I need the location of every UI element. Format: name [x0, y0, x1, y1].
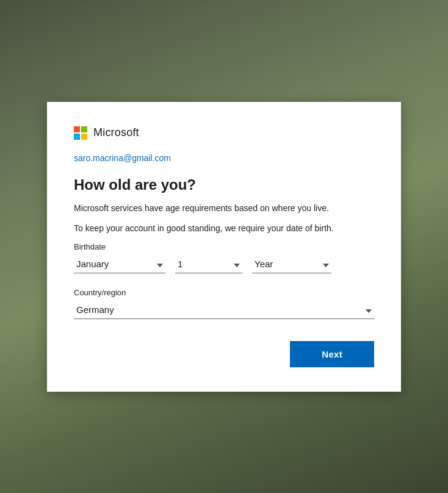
page-heading: How old are you?	[74, 176, 374, 193]
day-select-wrap: 1234 5678 9101112 13141516 17181920 2122…	[175, 255, 242, 273]
month-select-wrap: January February March April May June Ju…	[74, 255, 165, 273]
logo-row: Microsoft	[74, 126, 374, 140]
logo-yellow-square	[81, 134, 87, 140]
button-row: Next	[74, 341, 374, 367]
month-select[interactable]: January February March April May June Ju…	[74, 255, 165, 273]
country-label: Country/region	[74, 288, 374, 297]
description-1: Microsoft services have age requirements…	[74, 202, 374, 215]
year-select[interactable]: Year for(let y=2024;y>=1900;y--){ docume…	[252, 255, 331, 273]
logo-red-square	[74, 126, 80, 132]
birthdate-row: January February March April May June Ju…	[74, 255, 374, 273]
country-section: Country/region Germany United States Uni…	[74, 288, 374, 319]
country-select[interactable]: Germany United States United Kingdom Fra…	[74, 301, 374, 319]
year-select-wrap: Year for(let y=2024;y>=1900;y--){ docume…	[252, 255, 331, 273]
user-email: saro.macrina@gmail.com	[74, 153, 374, 163]
microsoft-name: Microsoft	[93, 126, 139, 139]
dialog-container: Microsoft saro.macrina@gmail.com How old…	[47, 102, 401, 392]
logo-green-square	[81, 126, 87, 132]
microsoft-logo	[74, 126, 87, 140]
description-2: To keep your account in good standing, w…	[74, 222, 374, 235]
day-select[interactable]: 1234 5678 9101112 13141516 17181920 2122…	[175, 255, 242, 273]
next-button[interactable]: Next	[290, 341, 374, 367]
country-select-wrap: Germany United States United Kingdom Fra…	[74, 301, 374, 319]
logo-blue-square	[74, 134, 80, 140]
birthdate-label: Birthdate	[74, 242, 374, 251]
